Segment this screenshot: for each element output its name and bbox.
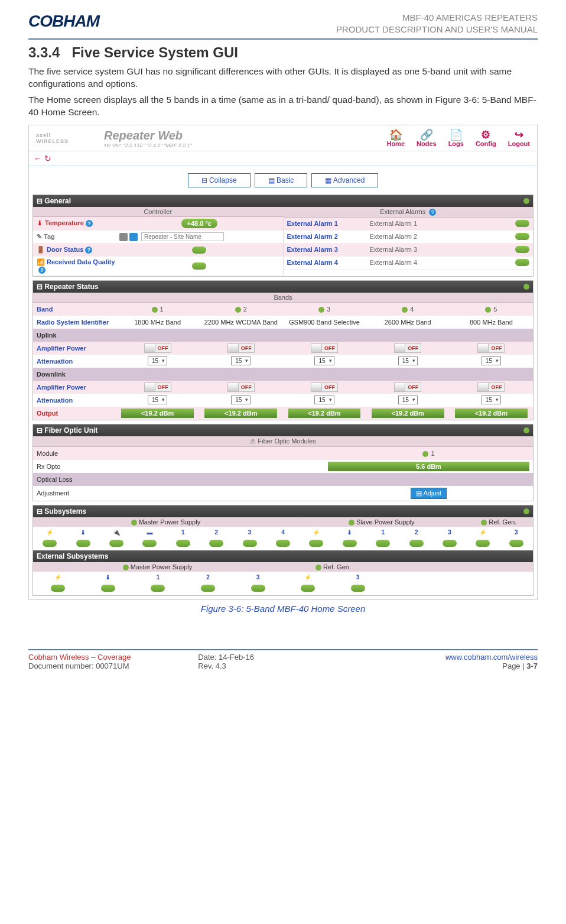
rdq-badge	[192, 262, 206, 270]
tag-input[interactable]	[141, 232, 224, 241]
dl-amp-switch-4[interactable]: OFF	[394, 382, 421, 392]
footer-page: Page | 3-7	[368, 662, 538, 670]
dl-att-select-5[interactable]: 15	[482, 395, 501, 404]
module-num: 1	[422, 450, 434, 457]
advanced-button[interactable]: ▦ Advanced	[311, 173, 378, 187]
mode-bar: ⊟ Collapse ▤ Basic ▦ Advanced	[29, 166, 537, 194]
axell-logo-sub: WIRELESS	[36, 138, 69, 144]
sub-icon: 4	[266, 529, 300, 536]
dl-amp-switch-5[interactable]: OFF	[477, 382, 505, 392]
status-badge	[251, 585, 265, 592]
output-value-1: <19.2 dBm	[121, 408, 194, 418]
dl-amp-switch-3[interactable]: OFF	[311, 382, 338, 392]
uplink-header: Uplink	[33, 329, 533, 342]
output-value-3: <19.2 dBm	[288, 408, 361, 418]
adjust-button[interactable]: ▤ Adjust	[411, 488, 447, 499]
dl-att-select-3[interactable]: 15	[314, 395, 334, 404]
ref-gen-label: Ref. Gen.	[465, 517, 533, 527]
cobham-logo: COBHAM	[28, 12, 99, 31]
ul-att-select-1[interactable]: 15	[148, 356, 167, 365]
footer-link[interactable]: www.cobham.com/wireless	[445, 653, 538, 662]
adjustment-label: Adjustment	[33, 486, 116, 501]
status-dot	[523, 198, 529, 204]
app-header: axell WIRELESS Repeater Web sw Ver: "2.0…	[29, 125, 537, 151]
general-panel-header[interactable]: ⊟ General	[33, 195, 533, 207]
status-badge	[476, 540, 490, 547]
help-icon[interactable]: ?	[85, 247, 92, 254]
dl-att-select-4[interactable]: 15	[398, 395, 418, 404]
ul-amp-switch-2[interactable]: OFF	[227, 343, 255, 353]
heading-num: 3.3.4	[28, 44, 60, 60]
ul-att-select-3[interactable]: 15	[314, 356, 334, 365]
door-status-label: 🚪 Door Status?	[37, 246, 119, 254]
sub-icon: 🌡	[83, 574, 134, 581]
basic-button[interactable]: ▤ Basic	[255, 173, 308, 187]
status-badge	[101, 585, 115, 592]
help-icon[interactable]: ?	[38, 267, 45, 274]
logs-icon: 📄	[448, 129, 464, 140]
ext-alarm-1-value: External Alarm 1	[370, 220, 516, 227]
sub-icon: ⚡	[33, 529, 66, 536]
status-badge	[343, 540, 357, 547]
fiber-optic-title: ⊟ Fiber Optic Unit	[37, 426, 97, 435]
status-badge	[209, 540, 223, 547]
nav-config[interactable]: ⚙Config	[476, 129, 496, 147]
help-icon[interactable]: ?	[86, 220, 93, 227]
nav-nodes[interactable]: 🔗Nodes	[417, 129, 437, 147]
collapse-button[interactable]: ⊟ Collapse	[188, 173, 251, 187]
ul-amp-switch-3[interactable]: OFF	[311, 343, 338, 353]
status-badge	[151, 585, 165, 592]
edit-icon[interactable]	[129, 233, 138, 241]
repeater-status-header[interactable]: ⊟ Repeater Status	[33, 281, 533, 293]
back-icon[interactable]: ←	[34, 154, 42, 163]
ext-alarm-1-label: External Alarm 1	[287, 220, 370, 227]
nav-logs[interactable]: 📄Logs	[448, 129, 464, 147]
band-num-4: 4	[402, 306, 414, 313]
ul-att-select-4[interactable]: 15	[398, 356, 418, 365]
nav-logout-label: Logout	[508, 140, 530, 147]
sub-icon: 3	[233, 529, 266, 536]
reload-icon[interactable]: ↻	[44, 154, 51, 163]
app-title: Repeater Web sw Ver: "2.0.11E" "2.4.1" "…	[69, 129, 386, 148]
dl-att-select-1[interactable]: 15	[148, 395, 167, 404]
status-badge	[309, 540, 323, 547]
sub-icon: 3	[433, 529, 466, 536]
sub-icon: ⚡	[283, 574, 333, 581]
repeater-status-panel: ⊟ Repeater Status Bands Band 1 2 3 4 5 R…	[32, 280, 534, 420]
status-dot	[523, 508, 529, 514]
ext-alarm-3-badge	[515, 246, 529, 253]
page-footer: Cobham Wireless – Coverage Date: 14-Feb-…	[28, 649, 538, 670]
ul-amp-switch-5[interactable]: OFF	[477, 343, 505, 353]
sub-icon: 2	[399, 529, 432, 536]
dl-amp-label: Amplifier Power	[33, 381, 116, 394]
sub-icon: 🌡	[66, 529, 99, 536]
nav-home-label: Home	[386, 140, 405, 147]
status-badge	[276, 540, 290, 547]
ul-amp-switch-4[interactable]: OFF	[394, 343, 421, 353]
sub-icon: 1	[167, 529, 200, 536]
rx-opto-value: 5.6 dBm	[328, 462, 529, 471]
nav-home[interactable]: 🏠Home	[386, 129, 405, 147]
status-badge	[243, 540, 257, 547]
nav-logout[interactable]: ↪Logout	[508, 129, 530, 147]
subsystems-header[interactable]: ⊟ Subsystems	[33, 505, 533, 517]
help-icon[interactable]: ?	[429, 209, 436, 216]
sub-icon: 2	[200, 529, 233, 536]
dl-amp-switch-2[interactable]: OFF	[227, 382, 255, 392]
band-num-1: 1	[152, 306, 164, 313]
band-name-5: 800 MHz Band	[450, 316, 533, 329]
footer-doc-num: Document number: 00071UM	[28, 662, 198, 670]
ul-amp-switch-1[interactable]: OFF	[144, 343, 171, 353]
sub-icon: ⚡	[466, 529, 499, 536]
sub-icon: ▬	[133, 529, 166, 536]
dl-att-select-2[interactable]: 15	[231, 395, 251, 404]
repeater-status-title: ⊟ Repeater Status	[37, 283, 99, 291]
ul-att-select-5[interactable]: 15	[482, 356, 501, 365]
status-badge	[351, 585, 365, 592]
subsystems-icon-row: ⚡🌡🔌▬1234 ⚡🌡123 ⚡3	[33, 527, 533, 538]
dl-amp-switch-1[interactable]: OFF	[144, 382, 171, 392]
status-dot	[523, 427, 529, 433]
fiber-optic-header[interactable]: ⊟ Fiber Optic Unit	[33, 424, 533, 436]
home-icon: 🏠	[386, 129, 405, 140]
ul-att-select-2[interactable]: 15	[231, 356, 251, 365]
